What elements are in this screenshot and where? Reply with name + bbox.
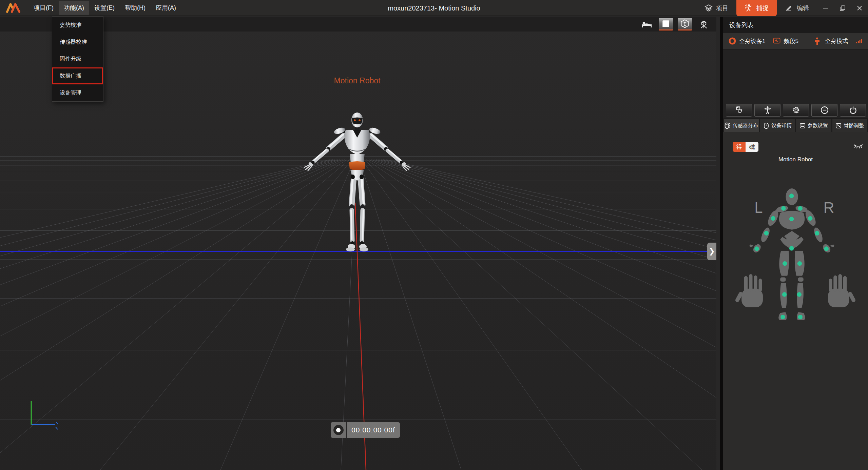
device-tool-gear[interactable] xyxy=(783,104,809,117)
device-toolbar xyxy=(723,102,868,118)
sensor-dot-13 xyxy=(782,292,787,297)
window-title: moxun2023713- Motion Studio xyxy=(388,0,480,16)
sleep-icon xyxy=(641,20,653,28)
sensor-dist-icon xyxy=(725,122,731,128)
sensor-dot-11 xyxy=(783,261,787,266)
viewport-tool-avatar-box[interactable] xyxy=(678,18,692,30)
right-side-label: R xyxy=(824,199,834,216)
sensor-dot-8 xyxy=(754,246,759,251)
robot-model xyxy=(283,109,432,255)
device-tool-pose[interactable] xyxy=(754,104,780,117)
viewport-tool-sleep[interactable] xyxy=(640,18,654,30)
pose-icon xyxy=(763,106,772,115)
square-icon xyxy=(661,19,670,28)
edit-icon xyxy=(785,4,794,13)
maximize-button[interactable] xyxy=(834,0,851,16)
viewport-toolbar xyxy=(0,17,716,32)
sensor-dot-5 xyxy=(808,216,812,221)
close-button[interactable] xyxy=(851,0,868,16)
signal-icon xyxy=(856,37,863,45)
dropdown-item-3[interactable]: 数据广播 xyxy=(52,67,103,84)
robot-name-label: Motion Robot xyxy=(323,76,391,85)
device-list-header: 设备列表 xyxy=(723,17,868,33)
dropdown-item-0[interactable]: 姿势校准 xyxy=(52,17,103,34)
gear-icon xyxy=(791,105,801,115)
cube-axis-icon xyxy=(699,19,709,29)
device-mode: 全身模式 xyxy=(825,37,848,45)
menu-4[interactable]: 应用(A) xyxy=(151,1,181,15)
mode-button-编辑[interactable]: 编辑 xyxy=(777,0,817,16)
sensor-dot-1 xyxy=(781,206,786,210)
sensor-mode-toggle: 得 磁 xyxy=(733,142,758,152)
viewport-3d[interactable]: Motion Robot xyxy=(0,17,716,470)
viewport-tool-square[interactable] xyxy=(659,18,673,30)
record-bar: 00:00:00 00f xyxy=(331,422,400,438)
sensor-dot-12 xyxy=(797,261,802,266)
menu-2[interactable]: 设置(E) xyxy=(89,1,120,15)
sensor-dot-14 xyxy=(797,292,802,297)
device-tool-usb[interactable] xyxy=(726,104,752,117)
sensor-dot-6 xyxy=(764,231,769,236)
dropdown-item-1[interactable]: 传感器校准 xyxy=(52,34,103,50)
device-row[interactable]: 全身设备1 频段5 全身模式 xyxy=(723,33,868,49)
minimize-button[interactable] xyxy=(817,0,834,16)
menu-0[interactable]: 项目(F) xyxy=(28,1,59,15)
device-tabs: 传感器分布设备详情参数设置骨骼调整 xyxy=(723,118,868,132)
usb-icon xyxy=(735,106,744,115)
menu-3[interactable]: 帮助(H) xyxy=(120,1,151,15)
sensor-distribution-view: 得 磁 Motion Robot xyxy=(723,132,868,470)
dropdown-item-4[interactable]: 设备管理 xyxy=(52,84,103,101)
panel-gap xyxy=(723,49,868,102)
wave-icon xyxy=(773,37,780,45)
capture-icon xyxy=(745,4,753,13)
app-logo-icon xyxy=(5,2,21,14)
mode-button-捕捉[interactable]: 捕捉 xyxy=(736,0,777,16)
viewport-tool-cube-axis[interactable] xyxy=(697,18,711,30)
tab-骨骼调整[interactable]: 骨骼调整 xyxy=(832,119,868,132)
maximize-icon xyxy=(839,5,846,12)
layers-icon xyxy=(704,4,713,13)
body-sensor-diagram: L R xyxy=(729,180,862,343)
menu-1[interactable]: 功能(A) xyxy=(59,1,89,15)
timecode-display: 00:00:00 00f xyxy=(347,422,400,438)
sensor-dot-15 xyxy=(780,315,785,319)
device-tool-minus-circle[interactable] xyxy=(811,104,837,117)
dropdown-item-2[interactable]: 固件升级 xyxy=(52,50,103,67)
sensor-dot-3 xyxy=(789,217,794,221)
function-dropdown-menu: 姿势校准传感器校准固件升级数据广播设备管理 xyxy=(52,16,103,102)
mode-button-项目[interactable]: 项目 xyxy=(696,0,736,16)
minus-circle-icon xyxy=(820,105,829,115)
device-channel: 频段5 xyxy=(784,37,798,45)
device-panel: 设备列表 全身设备1 频段5 全身模式 传感器分布设备详情参数设置骨骼调整 得 … xyxy=(720,17,868,470)
sensor-dot-0 xyxy=(789,193,794,198)
toggle-magnet[interactable]: 磁 xyxy=(746,142,758,152)
sensor-dot-16 xyxy=(798,315,803,319)
param-icon xyxy=(799,122,806,128)
tab-设备详情[interactable]: 设备详情 xyxy=(760,119,795,132)
motion-studio-app: 项目(F)功能(A)设置(E)帮助(H)应用(A) moxun2023713- … xyxy=(0,0,868,470)
left-hand-diagram xyxy=(735,274,763,307)
panel-expand-handle[interactable]: ❯ xyxy=(707,243,716,260)
skeleton-icon xyxy=(835,122,842,128)
right-hand-diagram xyxy=(828,274,856,307)
ring-icon xyxy=(729,37,736,45)
sensor-dot-2 xyxy=(798,206,803,210)
eye-closed-icon[interactable] xyxy=(852,141,864,151)
toggle-accel[interactable]: 得 xyxy=(733,142,746,152)
record-icon xyxy=(333,425,344,435)
device-name: 全身设备1 xyxy=(739,37,765,45)
sensor-dot-10 xyxy=(789,246,794,250)
sensor-dot-4 xyxy=(771,216,775,221)
person-icon xyxy=(814,37,822,45)
minimize-icon xyxy=(822,5,829,12)
device-info-icon xyxy=(763,122,769,128)
tab-传感器分布[interactable]: 传感器分布 xyxy=(724,119,759,132)
left-side-label: L xyxy=(754,199,763,216)
device-tool-power[interactable] xyxy=(840,104,866,117)
tab-参数设置[interactable]: 参数设置 xyxy=(796,119,831,132)
avatar-box-icon xyxy=(680,19,690,28)
record-button[interactable] xyxy=(331,422,347,438)
power-icon xyxy=(849,106,857,115)
sensor-dot-9 xyxy=(824,246,829,251)
sensor-dot-7 xyxy=(815,231,819,236)
